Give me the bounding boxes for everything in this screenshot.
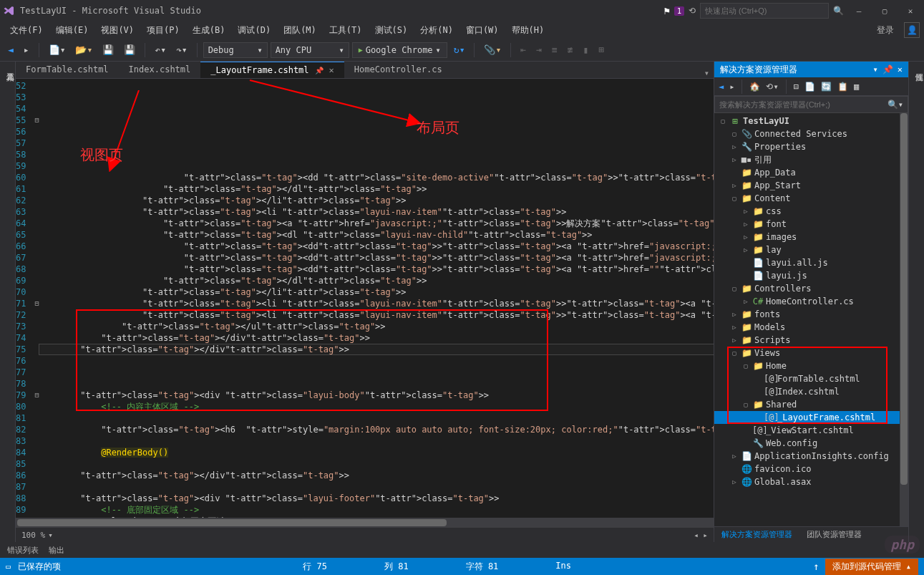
se-close-icon[interactable]: ✕ <box>898 64 903 74</box>
tree-node[interactable]: ▷📁App_Start <box>714 179 908 192</box>
tree-node[interactable]: [@]_LayoutFrame.cshtml <box>714 411 908 424</box>
tree-node[interactable]: ▢📁Home <box>714 359 908 372</box>
source-control-button[interactable]: 添加到源代码管理 ▴ <box>825 559 918 575</box>
tree-node[interactable]: ▷📁css <box>714 205 908 218</box>
tree-node[interactable]: ▷📁lay <box>714 243 908 256</box>
tab-close-icon[interactable]: ✕ <box>329 65 334 75</box>
tree-node[interactable]: ▷📁images <box>714 231 908 243</box>
tree-node[interactable]: 🔧Web.config <box>714 437 908 450</box>
se-tab-solution[interactable]: 解决方案资源管理器 <box>714 527 799 542</box>
publish-icon[interactable]: ↑ <box>813 561 819 572</box>
se-vscroll[interactable] <box>900 113 908 526</box>
tree-node[interactable]: ▷📄ApplicationInsights.config <box>714 450 908 463</box>
back-button[interactable]: ◄ <box>4 42 17 57</box>
se-home-button[interactable]: 🏠 <box>748 80 762 93</box>
pin-icon[interactable]: 📌 <box>315 67 324 74</box>
undo-button[interactable]: ↶▾ <box>151 42 170 57</box>
open-button[interactable]: 📂▾ <box>72 42 96 57</box>
tree-node[interactable]: ▢📎Connected Services <box>714 127 908 140</box>
tree-node[interactable]: ▢📁Controllers <box>714 282 908 295</box>
browser-link-button[interactable]: ↻▾ <box>450 42 469 57</box>
se-collapse-button[interactable]: ⊟ <box>792 80 800 93</box>
menu-item[interactable]: 文件(F) <box>4 22 49 39</box>
menu-item[interactable]: 调试(D) <box>232 22 276 39</box>
se-title-bar[interactable]: 解决方案资源管理器 ▾ 📌 ✕ <box>714 62 908 77</box>
tab-scroll-button[interactable]: ▾ <box>704 68 709 78</box>
properties-rail[interactable]: 属性 <box>908 62 924 542</box>
search-icon[interactable]: 🔍 <box>833 6 844 16</box>
tree-project-root[interactable]: ▢⊞TestLayUI <box>714 115 908 127</box>
tree-node[interactable]: ▢📁Shared <box>714 398 908 411</box>
tree-node[interactable]: ▷📁fonts <box>714 308 908 321</box>
menu-item[interactable]: 分析(N) <box>414 22 459 39</box>
tab-error-list[interactable]: 错误列表 <box>7 545 39 556</box>
se-copy-button[interactable]: 📋 <box>836 80 850 93</box>
se-dropdown-icon[interactable]: ▾ <box>873 64 878 74</box>
se-tab-team[interactable]: 团队资源管理器 <box>799 527 869 542</box>
tree-node[interactable]: ▷📁font <box>714 218 908 231</box>
editor-tab[interactable]: FormTable.cshtml <box>16 62 119 78</box>
tree-node[interactable]: 📄layui.js <box>714 269 908 282</box>
code-editor[interactable]: 视图页 布局页 "t-attr">class="t-tag"><dd "t-at… <box>39 79 714 518</box>
tree-node[interactable]: [@]FormTable.cshtml <box>714 372 908 385</box>
tree-node[interactable]: ▢📁Views <box>714 347 908 359</box>
minimize-button[interactable]: ― <box>848 3 870 19</box>
forward-button[interactable]: ▸ <box>20 42 33 57</box>
redo-button[interactable]: ↷▾ <box>172 42 191 57</box>
editor-hscroll[interactable] <box>16 518 714 528</box>
attach-button[interactable]: 📎▾ <box>480 42 505 57</box>
tree-node[interactable]: 📄layui.all.js <box>714 256 908 269</box>
se-sync-button[interactable]: ⟲▾ <box>764 80 779 93</box>
quick-launch-input[interactable] <box>700 3 829 19</box>
se-search[interactable]: 🔍▾ <box>714 96 908 113</box>
maximize-button[interactable]: ▢ <box>874 3 895 19</box>
tree-node[interactable]: ▷📁Models <box>714 321 908 334</box>
tree-node[interactable]: ▷🔧Properties <box>714 140 908 153</box>
close-button[interactable]: ✕ <box>900 3 921 19</box>
tree-node[interactable]: 🌐favicon.ico <box>714 463 908 475</box>
se-properties-button[interactable]: ▦ <box>852 80 860 93</box>
se-refresh-button[interactable]: 🔄 <box>820 80 833 93</box>
tree-node[interactable]: ▷■▪引用 <box>714 153 908 166</box>
tree-node[interactable]: 📁App_Data <box>714 166 908 179</box>
login-link[interactable]: 登录 <box>870 24 901 37</box>
se-pin-icon[interactable]: 📌 <box>882 64 893 74</box>
tree-node[interactable]: [@]_ViewStart.cshtml <box>714 424 908 437</box>
tree-node[interactable]: ▷C#HomeController.cs <box>714 295 908 308</box>
config-combo[interactable]: Debug▾ <box>203 42 268 58</box>
tree-node[interactable]: [@]Index.cshtml <box>714 385 908 398</box>
platform-combo[interactable]: Any CPU▾ <box>271 42 349 58</box>
save-all-button[interactable]: 💾 <box>120 42 139 57</box>
feedback-icon[interactable]: ⟲ <box>689 6 696 16</box>
editor-tab[interactable]: HomeController.cs <box>344 62 452 78</box>
menu-item[interactable]: 生成(B) <box>187 22 231 39</box>
avatar-icon[interactable]: 👤 <box>904 22 920 38</box>
menu-item[interactable]: 测试(S) <box>369 22 414 39</box>
menu-item[interactable]: 工具(T) <box>324 22 368 39</box>
notification-badge[interactable]: 1 <box>674 6 684 16</box>
se-showall-button[interactable]: 📄 <box>803 80 817 93</box>
menu-item[interactable]: 窗口(W) <box>460 22 505 39</box>
se-back-button[interactable]: ◄ <box>717 80 725 93</box>
editor-tab[interactable]: Index.cshtml <box>119 62 201 78</box>
tree-node[interactable]: ▢📁Content <box>714 192 908 205</box>
menu-item[interactable]: 团队(M) <box>278 22 322 39</box>
se-forward-button[interactable]: ▸ <box>728 80 736 93</box>
menu-item[interactable]: 视图(V) <box>95 22 140 39</box>
zoom-indicator[interactable]: 100 %▾◂ ▸ <box>16 528 714 542</box>
save-button[interactable]: 💾 <box>99 42 117 57</box>
se-tree[interactable]: ▢⊞TestLayUI ▢📎Connected Services▷🔧Proper… <box>714 113 908 526</box>
menu-item[interactable]: 编辑(E) <box>50 22 94 39</box>
tree-node[interactable]: ▷🌐Global.asax <box>714 475 908 488</box>
se-search-icon[interactable]: 🔍▾ <box>887 100 903 110</box>
new-project-button[interactable]: 📄▾ <box>45 42 69 57</box>
tree-node[interactable]: ▷📁Scripts <box>714 334 908 347</box>
toolbox-rail[interactable]: 工具箱 <box>0 62 16 542</box>
editor-tab[interactable]: _LayoutFrame.cshtml📌✕ <box>200 62 344 78</box>
menu-item[interactable]: 帮助(H) <box>506 22 550 39</box>
flag-icon[interactable]: ⚑ <box>664 5 670 16</box>
menu-item[interactable]: 项目(P) <box>141 22 185 39</box>
tab-output[interactable]: 输出 <box>49 545 64 556</box>
start-debug-button[interactable]: ▶ Google Chrome ▾ <box>352 42 447 58</box>
se-search-input[interactable] <box>719 100 887 109</box>
